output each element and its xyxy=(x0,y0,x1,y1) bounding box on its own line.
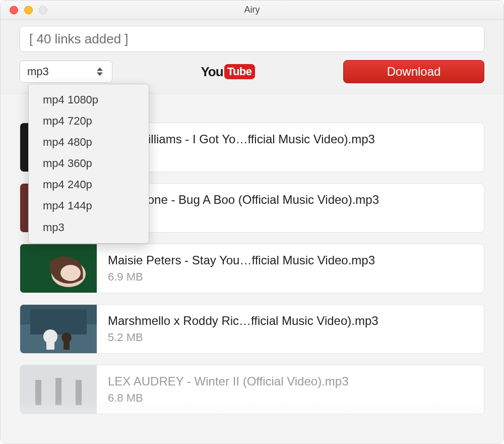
traffic-lights xyxy=(10,6,47,14)
item-meta: Marshmello x Roddy Ric…fficial Music Vid… xyxy=(97,314,484,344)
download-button-label: Download xyxy=(387,65,441,79)
item-meta: Maisie Peters - Stay You…fficial Music V… xyxy=(97,253,484,284)
item-size: 6.8 MB xyxy=(108,149,473,162)
format-option[interactable]: mp4 360p xyxy=(29,153,149,174)
item-title: Marshmello x Roddy Ric…fficial Music Vid… xyxy=(108,314,473,328)
list-item[interactable]: Marshmello x Roddy Ric…fficial Music Vid… xyxy=(20,304,484,354)
svg-point-10 xyxy=(60,265,81,281)
format-dropdown[interactable]: mp4 1080p mp4 720p mp4 480p mp4 360p mp4… xyxy=(28,84,149,244)
thumbnail xyxy=(20,244,97,293)
svg-rect-21 xyxy=(76,380,82,405)
svg-rect-15 xyxy=(46,340,54,350)
format-option[interactable]: mp4 144p xyxy=(29,195,149,216)
download-button[interactable]: Download xyxy=(343,60,484,83)
item-size: 5.2 MB xyxy=(108,331,473,344)
titlebar: Airy xyxy=(1,1,503,20)
top-controls: [ 40 links added ] mp3 You Tube Download xyxy=(1,20,503,94)
close-window-button[interactable] xyxy=(10,6,18,14)
item-size: 6.8 MB xyxy=(108,392,473,405)
svg-rect-17 xyxy=(64,341,70,350)
format-select[interactable]: mp3 xyxy=(20,61,112,83)
format-option[interactable]: mp4 480p xyxy=(29,132,149,153)
item-meta: Mike Williams - I Got Yo…fficial Music V… xyxy=(97,132,484,162)
minimize-window-button[interactable] xyxy=(24,6,33,14)
list-item[interactable]: Maisie Peters - Stay You…fficial Music V… xyxy=(20,244,484,293)
format-option[interactable]: mp4 720p xyxy=(29,110,149,132)
format-select-value: mp3 xyxy=(27,65,49,78)
list-item[interactable]: LEX AUDREY - Winter II (Official Video).… xyxy=(20,365,484,414)
youtube-logo-right: Tube xyxy=(224,64,255,79)
item-meta: LEX AUDREY - Winter II (Official Video).… xyxy=(97,374,484,405)
thumbnail xyxy=(20,365,97,414)
format-option[interactable]: mp4 1080p xyxy=(29,89,149,110)
app-window: Airy [ 40 links added ] mp3 You Tube Dow… xyxy=(0,0,504,444)
item-size: 6.9 MB xyxy=(108,270,473,284)
url-input[interactable]: [ 40 links added ] xyxy=(20,26,484,52)
maximize-window-button[interactable] xyxy=(39,6,47,14)
thumbnail xyxy=(20,304,97,354)
window-title: Airy xyxy=(1,5,503,15)
item-title: Joss Stone - Bug A Boo (Official Music V… xyxy=(108,193,473,207)
url-input-value: [ 40 links added ] xyxy=(29,31,129,47)
youtube-logo-left: You xyxy=(201,64,223,80)
item-title: Maisie Peters - Stay You…fficial Music V… xyxy=(108,253,473,267)
stepper-icon xyxy=(97,65,107,79)
item-size: 6.7 MB xyxy=(108,210,473,223)
item-meta: Joss Stone - Bug A Boo (Official Music V… xyxy=(97,193,484,223)
format-option[interactable]: mp4 240p xyxy=(29,174,149,195)
format-option[interactable]: mp3 xyxy=(29,217,149,238)
svg-rect-13 xyxy=(30,309,87,335)
svg-rect-19 xyxy=(35,380,41,405)
svg-rect-20 xyxy=(55,378,61,405)
item-title: LEX AUDREY - Winter II (Official Video).… xyxy=(108,374,473,388)
youtube-logo: You Tube xyxy=(122,64,333,80)
item-title: Mike Williams - I Got Yo…fficial Music V… xyxy=(108,132,473,146)
